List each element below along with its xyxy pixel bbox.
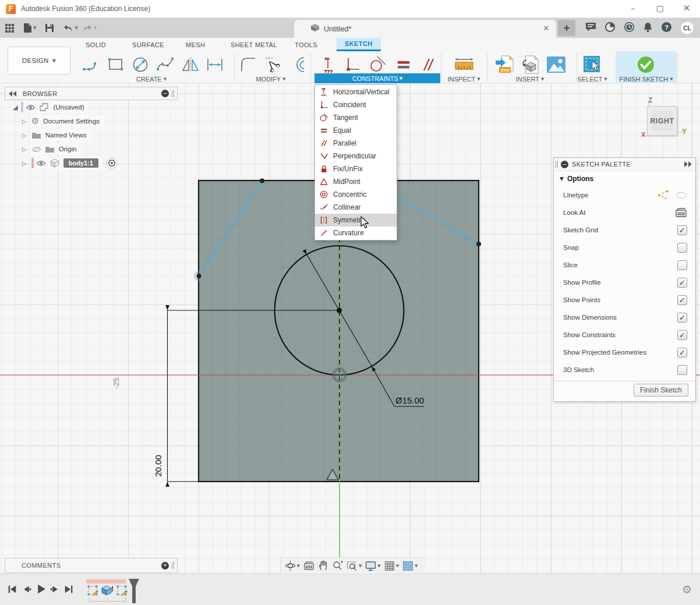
snap-checkbox[interactable]: ✓ bbox=[677, 243, 687, 253]
constraint-tangent-icon[interactable] bbox=[367, 54, 389, 76]
insert-mesh-icon[interactable] bbox=[519, 54, 542, 76]
close-document-icon[interactable]: ✕ bbox=[541, 23, 551, 34]
height-dimension-value[interactable]: 20.00 bbox=[153, 455, 163, 477]
constraint-horizontal-vertical-icon[interactable] bbox=[317, 54, 339, 76]
finish-sketch-group-label[interactable]: FINISH SKETCH▼ bbox=[616, 75, 677, 83]
minimize-button[interactable]: – bbox=[620, 0, 646, 18]
browser-item-label-selected[interactable]: body1:1 bbox=[63, 158, 98, 168]
display-settings-icon[interactable]: ▼ bbox=[365, 561, 380, 571]
file-menu-button[interactable]: ▼ bbox=[23, 23, 36, 33]
create-line-icon[interactable] bbox=[80, 54, 102, 76]
insert-group-label[interactable]: INSERT▼ bbox=[501, 75, 559, 83]
look-at-tool-icon[interactable] bbox=[303, 561, 314, 571]
pan-tool-icon[interactable] bbox=[318, 560, 328, 571]
create-circle-icon[interactable] bbox=[129, 54, 151, 76]
create-dimension-icon[interactable] bbox=[204, 54, 226, 76]
timeline-go-to-end-button[interactable] bbox=[63, 584, 74, 597]
select-tool-icon[interactable] bbox=[581, 54, 603, 76]
diameter-dimension-value[interactable]: Ø15.00 bbox=[395, 395, 424, 405]
browser-item-document-settings[interactable]: ▷ ⚙ Document Settings bbox=[5, 114, 178, 128]
show-profile-checkbox[interactable]: ✓ bbox=[677, 278, 687, 288]
modify-offset-icon[interactable] bbox=[287, 54, 309, 76]
maximize-button[interactable]: ▢ bbox=[646, 0, 673, 18]
panel-drag-handle[interactable] bbox=[172, 562, 174, 569]
create-mirror-icon[interactable] bbox=[179, 54, 201, 76]
modify-fillet-icon[interactable] bbox=[238, 54, 260, 76]
finish-sketch-icon[interactable] bbox=[635, 54, 657, 76]
visibility-off-eye-icon[interactable] bbox=[31, 146, 41, 153]
sketch-grid-checkbox[interactable]: ✓ bbox=[677, 225, 687, 235]
grid-settings-icon[interactable]: ▼ bbox=[384, 561, 399, 571]
tab-sketch[interactable]: SKETCH bbox=[337, 38, 381, 51]
collapsed-arrow-icon[interactable]: ▷ bbox=[22, 118, 27, 125]
timeline-feature-extrude[interactable] bbox=[101, 584, 114, 597]
menu-item-tangent[interactable]: Tangent bbox=[315, 111, 397, 124]
menu-item-curvature[interactable]: Curvature bbox=[315, 227, 397, 239]
notifications-bell-icon[interactable] bbox=[643, 22, 653, 35]
tab-mesh[interactable]: MESH bbox=[178, 38, 213, 51]
menu-item-fix-unfix[interactable]: Fix/UnFix bbox=[315, 162, 397, 175]
menu-item-midpoint[interactable]: MidPoint bbox=[315, 175, 397, 188]
browser-item-label[interactable]: Origin bbox=[59, 146, 77, 153]
timeline-step-forward-button[interactable] bbox=[50, 584, 60, 597]
comments-icon[interactable] bbox=[585, 22, 596, 34]
menu-item-parallel[interactable]: Parallel bbox=[315, 137, 397, 150]
expanded-arrow-icon[interactable]: ◢ bbox=[13, 104, 17, 111]
zoom-window-tool-icon[interactable]: ▼ bbox=[347, 561, 362, 571]
timeline-step-back-button[interactable] bbox=[22, 584, 32, 597]
create-rectangle-icon[interactable] bbox=[105, 54, 127, 76]
browser-item-label[interactable]: Named Views bbox=[45, 132, 87, 139]
extensions-icon[interactable] bbox=[604, 22, 616, 35]
menu-item-perpendicular[interactable]: Perpendicular bbox=[315, 150, 397, 162]
look-at-icon[interactable] bbox=[675, 207, 687, 218]
menu-item-symmetry[interactable]: Symmetry bbox=[315, 214, 397, 227]
show-dimensions-checkbox[interactable]: ✓ bbox=[677, 313, 687, 323]
slice-checkbox[interactable]: ✓ bbox=[677, 260, 687, 270]
tab-tools[interactable]: TOOLS bbox=[287, 38, 326, 51]
zoom-tool-icon[interactable] bbox=[332, 560, 343, 571]
collapsed-arrow-icon[interactable]: ▷ bbox=[22, 132, 27, 139]
constraint-equal-icon[interactable] bbox=[393, 54, 415, 76]
select-group-label[interactable]: SELECT▼ bbox=[570, 75, 615, 83]
undo-button[interactable]: ▼ bbox=[63, 24, 77, 33]
timeline-feature-sketch2[interactable] bbox=[115, 584, 128, 597]
constraint-coincident-icon[interactable] bbox=[341, 54, 363, 76]
modify-group-label[interactable]: MODIFY▼ bbox=[242, 75, 300, 83]
3d-sketch-checkbox[interactable]: ✓ bbox=[677, 365, 687, 375]
orbit-tool-icon[interactable]: ▼ bbox=[285, 560, 300, 571]
show-projected-geometries-checkbox[interactable]: ✓ bbox=[677, 348, 687, 358]
constraints-group-label[interactable]: CONSTRAINTS▼ bbox=[314, 73, 440, 83]
help-icon[interactable]: ? bbox=[661, 22, 672, 35]
origin-point-marker[interactable] bbox=[334, 369, 346, 381]
tab-solid[interactable]: SOLID bbox=[77, 38, 114, 51]
browser-item-origin[interactable]: ▷ Origin bbox=[5, 142, 178, 156]
browser-item-root[interactable]: ◢ (Unsaved) bbox=[5, 100, 178, 114]
browser-item-body[interactable]: ▷ body1:1 bbox=[5, 156, 178, 170]
tab-sheet-metal[interactable]: SHEET METAL bbox=[222, 38, 285, 51]
menu-item-concentric[interactable]: Concentric bbox=[315, 188, 397, 201]
sketch-palette-header[interactable]: – SKETCH PALETTE bbox=[554, 158, 695, 171]
insert-svg-icon[interactable]: SVG bbox=[494, 54, 516, 76]
new-document-tab-button[interactable]: + bbox=[558, 20, 575, 36]
sketch-point[interactable] bbox=[197, 274, 201, 278]
show-points-checkbox[interactable]: ✓ bbox=[677, 295, 687, 305]
workspace-selector[interactable]: DESIGN▼ bbox=[8, 47, 70, 75]
add-comment-icon[interactable]: + bbox=[161, 562, 169, 569]
constraint-parallel-icon[interactable] bbox=[417, 54, 439, 76]
timeline-feature-sketch1[interactable] bbox=[86, 584, 99, 597]
visibility-eye-icon[interactable] bbox=[26, 104, 36, 111]
redo-button[interactable]: ▼ bbox=[82, 24, 97, 33]
sketch-point[interactable] bbox=[260, 179, 264, 183]
sketch-point[interactable] bbox=[476, 242, 481, 246]
viewcube-right-face[interactable]: RIGHT bbox=[647, 106, 677, 136]
browser-item-label[interactable]: Document Settings bbox=[43, 118, 100, 125]
show-constraints-checkbox[interactable]: ✓ bbox=[677, 330, 687, 340]
panel-drag-handle[interactable] bbox=[556, 161, 558, 168]
view-cube[interactable]: Z Y X RIGHT bbox=[638, 95, 690, 141]
expand-panel-icon[interactable] bbox=[684, 161, 692, 167]
options-section-header[interactable]: ▼ Options bbox=[554, 171, 695, 186]
visibility-eye-icon[interactable] bbox=[36, 160, 46, 167]
viewcube-face-label[interactable]: RIGHT bbox=[650, 117, 674, 125]
collapsed-arrow-icon[interactable]: ▷ bbox=[22, 146, 27, 153]
create-group-label[interactable]: CREATE▼ bbox=[122, 75, 181, 83]
